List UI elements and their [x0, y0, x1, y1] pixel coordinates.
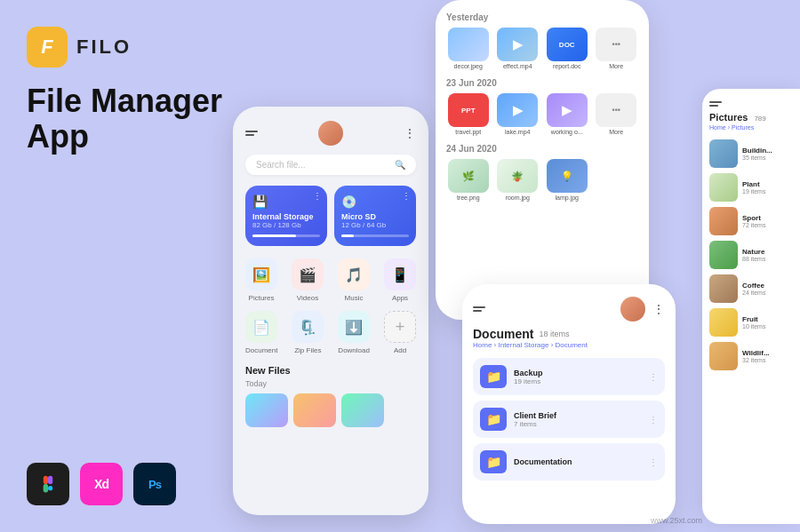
doc-item-name: Client Brief [514, 411, 642, 420]
pic-item[interactable]: Wildlif... 32 items [709, 342, 793, 370]
file-name: More [609, 129, 623, 135]
file-item[interactable]: decor.jpeg [446, 28, 491, 69]
section-date-2: 24 Jun 2020 [446, 144, 638, 154]
pic-info: Fruit 10 items [742, 315, 793, 330]
new-file-thumb [293, 393, 336, 427]
storage-bar-fill [252, 234, 296, 237]
new-file-thumb [341, 393, 384, 427]
file-item[interactable]: ▶ working o... [545, 93, 589, 135]
file-item[interactable]: 💡 lamp.jpg [545, 159, 589, 201]
pic-item[interactable]: Fruit 10 items [709, 308, 793, 337]
file-name: travel.ppt [455, 129, 481, 135]
cat-pictures[interactable]: 🖼️ Pictures [245, 258, 277, 302]
doc-item-count: 7 items [514, 420, 642, 428]
doc-item[interactable]: 📁 Backup 19 items ⋮ [473, 358, 665, 395]
menu-line [473, 306, 485, 308]
hamburger-icon[interactable] [709, 101, 722, 107]
avatar[interactable] [620, 297, 645, 322]
file-thumbnail: 🌿 [448, 159, 489, 193]
item-dots[interactable]: ⋮ [649, 415, 658, 425]
storage-bar-fill [341, 234, 354, 237]
hamburger-icon[interactable] [473, 306, 485, 312]
pic-thumb [709, 173, 738, 202]
internal-storage-card[interactable]: ⋮ 💾 Internal Storage 82 Gb / 128 Gb [245, 186, 327, 246]
doc-title-row: Document 18 items [473, 327, 665, 341]
pic-item[interactable]: Nature 88 items [709, 241, 793, 269]
file-item[interactable]: PPT travel.ppt [446, 93, 491, 135]
pic-name: Sport [742, 214, 793, 222]
file-name: effect.mp4 [503, 63, 532, 69]
file-name: working o... [551, 129, 583, 135]
download-icon: ⬇️ [338, 311, 370, 343]
doc-item-name: Backup [514, 369, 642, 377]
pic-list: Buildin... 35 items Plant 19 items Sport… [709, 139, 793, 370]
doc-info: Documentation [514, 457, 642, 466]
pic-name: Plant [742, 180, 793, 188]
file-item[interactable]: 🪴 room.jpg [496, 159, 540, 201]
music-icon: 🎵 [338, 258, 370, 290]
file-thumbnail: ▶ [497, 28, 538, 61]
storage-bar [341, 234, 409, 237]
file-more[interactable]: ••• More [595, 93, 639, 135]
files-grid-1: PPT travel.ppt ▶ lake.mp4 ▶ working o...… [446, 93, 638, 135]
card-dots[interactable]: ⋮ [402, 191, 411, 201]
cat-zip[interactable]: 🗜️ Zip Files [292, 311, 324, 354]
pic-count: 72 items [742, 222, 793, 228]
cat-download[interactable]: ⬇️ Download [338, 311, 370, 354]
item-dots[interactable]: ⋮ [649, 372, 658, 382]
item-dots[interactable]: ⋮ [649, 457, 658, 467]
file-more[interactable]: ••• More [595, 28, 639, 69]
hamburger-icon[interactable] [245, 131, 258, 136]
pic-count: 35 items [742, 155, 793, 161]
card-dots[interactable]: ⋮ [313, 191, 322, 201]
doc-item[interactable]: 📁 Documentation ⋮ [473, 443, 665, 480]
file-item[interactable]: 🌿 tree.png [446, 159, 491, 201]
ps-icon: Ps [133, 463, 176, 505]
folder-icon: 📁 [480, 408, 507, 431]
pic-item[interactable]: Plant 19 items [709, 173, 793, 202]
file-item[interactable]: ▶ effect.mp4 [496, 28, 540, 69]
doc-item[interactable]: 📁 Client Brief 7 items ⋮ [473, 401, 665, 438]
file-name: room.jpg [506, 195, 530, 201]
pic-thumb [709, 207, 738, 235]
files-grid-yesterday: decor.jpeg ▶ effect.mp4 DOC report.doc •… [446, 28, 638, 69]
cat-document[interactable]: 📄 Document [245, 311, 277, 354]
pic-thumb [709, 241, 738, 269]
micro-sd-card[interactable]: ⋮ 💿 Micro SD 12 Gb / 64 Gb [334, 186, 416, 246]
storage-name: Micro SD [341, 212, 409, 221]
cat-music[interactable]: 🎵 Music [338, 258, 370, 302]
dots-menu[interactable]: ⋮ [404, 126, 416, 140]
pic-name: Nature [742, 248, 793, 256]
pic-count: 19 items [742, 188, 793, 195]
cat-apps[interactable]: 📱 Apps [384, 258, 416, 302]
cat-add[interactable]: + Add [384, 311, 416, 354]
phone-pictures-panel: Pictures 789 Home › Pictures Buildin... … [702, 89, 800, 524]
file-thumbnail: 🪴 [497, 159, 538, 193]
file-item[interactable]: DOC report.doc [545, 28, 589, 69]
pic-count: 24 items [742, 290, 793, 296]
watermark: www.25xt.com [651, 516, 702, 525]
search-bar[interactable]: Search file... 🔍 [245, 155, 416, 175]
doc-header: ⋮ [473, 297, 665, 322]
file-item[interactable]: ▶ lake.mp4 [496, 93, 540, 135]
pic-item[interactable]: Buildin... 35 items [709, 139, 793, 168]
pic-info: Wildlif... 32 items [742, 349, 793, 363]
pic-thumb [709, 342, 738, 370]
avatar[interactable] [318, 121, 343, 146]
pic-item[interactable]: Sport 72 items [709, 207, 793, 235]
pic-item[interactable]: Coffee 24 items [709, 274, 793, 303]
pics-title: Pictures [709, 112, 748, 123]
svg-point-3 [48, 486, 52, 490]
dots-menu[interactable]: ⋮ [652, 302, 665, 316]
tool-icons: Xd Ps [27, 463, 176, 505]
menu-line [473, 310, 482, 312]
cat-label: Download [338, 346, 370, 354]
new-file-thumb [245, 393, 288, 427]
storage-size: 82 Gb / 128 Gb [252, 221, 320, 229]
brand-name: FILO [76, 36, 132, 59]
cat-videos[interactable]: 🎬 Videos [292, 258, 324, 302]
figma-icon [27, 463, 69, 505]
doc-title: Document [473, 327, 533, 341]
pic-info: Buildin... 35 items [742, 147, 793, 161]
logo-icon: F [27, 27, 68, 67]
